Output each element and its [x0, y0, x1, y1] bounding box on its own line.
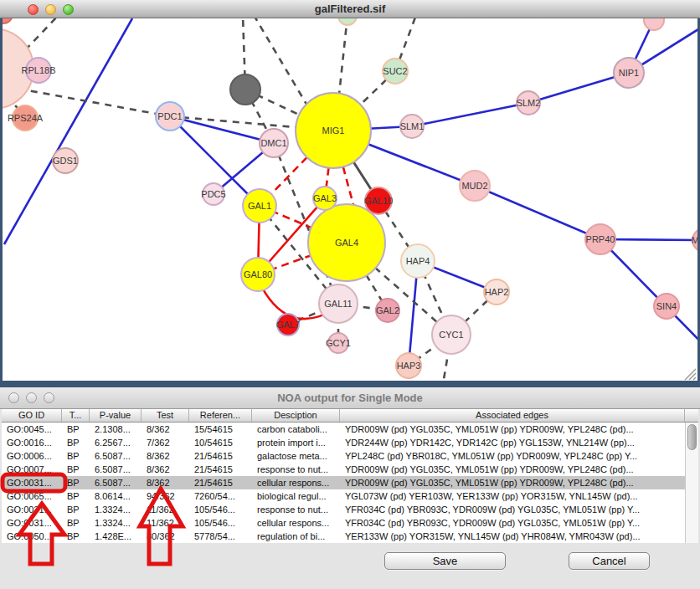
noa-window: NOA output for Single Mode GO IDT...P-va…: [0, 387, 700, 589]
node-label-mig1: MIG1: [322, 125, 345, 136]
node-label-slm2: SLM2: [517, 98, 541, 108]
table-cell: 21/54615: [189, 476, 252, 489]
table-row[interactable]: GO:0031...BP6.5087...8/36221/54615cellul…: [2, 476, 698, 489]
node-label-gal4: GAL4: [335, 238, 358, 248]
node-label-gal1: GAL1: [248, 201, 271, 211]
node-label-msn5: MSN5: [692, 235, 700, 245]
desktop: galFiltered.sif RPL18BRPS24AGDS1PDC1DMC1…: [0, 0, 700, 589]
node-label-nip1: NIP1: [619, 68, 639, 78]
table-cell: 15/54615: [189, 423, 252, 436]
table-cell: GO:0031...: [2, 476, 62, 489]
table-cell: YDR009W (pd) YGL035C, YML051W (pp) YDR00…: [340, 476, 685, 489]
table-cell: GO:0065...: [2, 489, 62, 503]
table-cell: GO:0006...: [2, 449, 62, 463]
table-cell: 11/362: [142, 503, 189, 516]
table-cell: YER133W (pp) YOR315W, YNL145W (pd) YHR08…: [340, 530, 685, 543]
vertical-scrollbar[interactable]: [685, 423, 698, 543]
table-cell: cellular respons...: [252, 516, 340, 530]
table-cell: BP: [62, 516, 90, 530]
table-cell: galactose meta...: [252, 449, 340, 463]
node-label-suc2: SUC2: [383, 66, 407, 76]
table-cell: 6.5087...: [90, 449, 142, 463]
network-canvas[interactable]: RPL18BRPS24AGDS1PDC1DMC1MIG1SUC2SLM1SLM2…: [0, 18, 700, 382]
node-dark-node[interactable]: [230, 74, 260, 105]
node-label-mud2: MUD2: [461, 181, 487, 191]
table-cell: BP: [62, 423, 90, 436]
table-cell: GO:0031...: [2, 516, 62, 530]
node-label-gal80: GAL80: [244, 269, 272, 279]
table-cell: 6.5087...: [90, 463, 142, 476]
table-cell: YPL248C (pd) YBR018C, YML051W (pp) YDR00…: [340, 449, 685, 463]
node-label-rps24a: RPS24A: [8, 113, 44, 123]
table-cell: BP: [62, 530, 90, 543]
cancel-button[interactable]: Cancel: [569, 552, 650, 570]
node-label-gal3: GAL3: [313, 193, 337, 203]
table-row[interactable]: GO:0007...BP6.5087...8/36221/54615respon…: [2, 463, 698, 476]
table-cell: BP: [62, 476, 90, 489]
column-header-t-[interactable]: T...: [62, 409, 90, 422]
column-header-associated-edges[interactable]: Associated edges: [340, 409, 685, 422]
column-header-go-id[interactable]: GO ID: [2, 409, 62, 422]
table-cell: 10/54615: [189, 436, 252, 449]
noa-titlebar: NOA output for Single Mode: [0, 387, 700, 409]
table-row[interactable]: GO:0065...BP8.0614...94/3627260/54...bio…: [2, 489, 698, 503]
table-cell: 80/362: [142, 530, 189, 543]
table-cell: BP: [62, 463, 90, 476]
table-body: GO:0045...BP2.1308...8/36215/54615carbon…: [2, 423, 698, 544]
network-titlebar: galFiltered.sif: [0, 0, 700, 18]
column-header-test[interactable]: Test: [142, 409, 189, 422]
table-cell: 7260/54...: [189, 489, 252, 503]
table-cell: 8/362: [142, 449, 189, 463]
node-label-gal7: GAL7: [276, 320, 300, 330]
table-cell: biological regul...: [252, 489, 340, 503]
column-header-p-value[interactable]: P-value: [90, 409, 142, 422]
table-cell: 8/362: [142, 423, 189, 436]
node-label-pdc5: PDC5: [201, 189, 225, 199]
table-cell: 1.428E...: [90, 530, 142, 543]
table-cell: carbon cataboli...: [252, 423, 340, 436]
table-cell: 6.2567...: [90, 436, 142, 449]
table-cell: GO:0050...: [2, 530, 62, 543]
table-cell: 21/54615: [189, 449, 252, 463]
table-row[interactable]: GO:0031...BP1.3324...11/362105/546...res…: [2, 503, 698, 516]
column-header-desciption[interactable]: Desciption: [252, 409, 340, 422]
network-window: galFiltered.sif RPL18BRPS24AGDS1PDC1DMC1…: [0, 0, 700, 382]
table-header-row: GO IDT...P-valueTestReferen...Desciption…: [2, 409, 698, 423]
node-label-prp40: PRP40: [586, 234, 615, 244]
table-cell: GO:0045...: [2, 423, 62, 436]
noa-window-title: NOA output for Single Mode: [0, 387, 700, 409]
table-row[interactable]: GO:0031...BP1.3324...11/362105/546...cel…: [2, 516, 698, 530]
node-label-gal11: GAL11: [324, 299, 352, 309]
table-row[interactable]: GO:0050...BP1.428E...80/3625778/54...reg…: [2, 530, 698, 543]
scrollbar-thumb[interactable]: [687, 424, 697, 450]
table-cell: GO:0031...: [2, 503, 62, 516]
table-row[interactable]: GO:0016...BP6.2567...7/36210/54615protei…: [2, 436, 698, 449]
table-cell: YGL073W (pd) YER103W, YER133W (pp) YOR31…: [340, 489, 685, 503]
node-label-pdc1: PDC1: [157, 111, 182, 121]
table-cell: GO:0016...: [2, 436, 62, 449]
table-cell: 2.1308...: [90, 423, 142, 436]
table-row[interactable]: GO:0006...BP6.5087...8/36221/54615galact…: [2, 449, 698, 463]
node-pink-top[interactable]: [644, 18, 664, 30]
save-button[interactable]: Save: [384, 552, 506, 570]
table-cell: 5778/54...: [189, 530, 252, 543]
node-label-gcy1: GCY1: [326, 338, 351, 348]
node-label-hap3: HAP3: [397, 361, 421, 371]
table-cell: 105/546...: [189, 516, 252, 530]
table-cell: YFR034C (pd) YBR093C, YDR009W (pd) YGL03…: [340, 503, 685, 516]
node-label-gal10: GAL10: [364, 196, 393, 206]
column-header-blank: [685, 409, 698, 422]
table-cell: BP: [62, 503, 90, 516]
table-cell: 21/54615: [189, 463, 252, 476]
node-label-rpl18b: RPL18B: [22, 65, 56, 75]
noa-results-table: GO IDT...P-valueTestReferen...Desciption…: [2, 409, 698, 544]
table-cell: 8/362: [142, 463, 189, 476]
table-row[interactable]: GO:0045...BP2.1308...8/36215/54615carbon…: [2, 423, 698, 436]
table-cell: 1.3324...: [90, 516, 142, 530]
network-window-title: galFiltered.sif: [0, 0, 700, 18]
table-cell: regulation of bi...: [252, 530, 340, 543]
column-header-referen-[interactable]: Referen...: [189, 409, 252, 422]
table-cell: BP: [62, 436, 90, 449]
noa-footer: Save Cancel: [0, 543, 700, 589]
node-label-dmc1: DMC1: [260, 138, 286, 148]
